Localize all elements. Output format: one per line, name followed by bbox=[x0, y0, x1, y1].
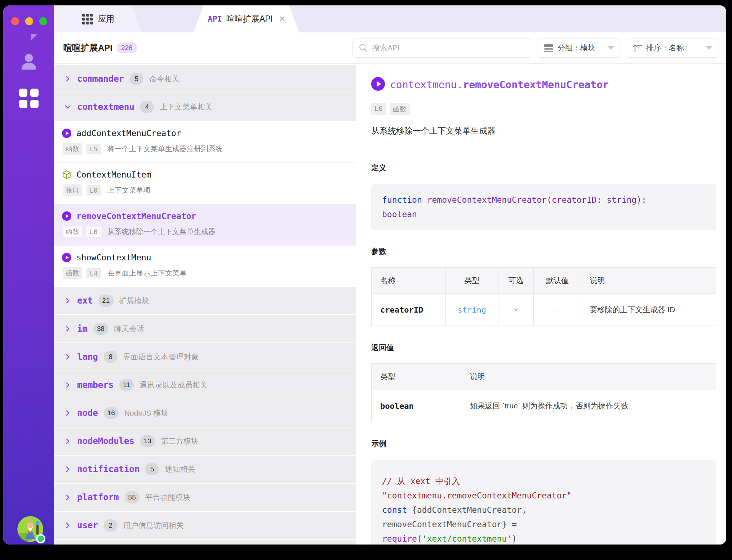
section-heading-params: 参数 bbox=[371, 246, 716, 256]
main-area: 应用 API 喧喧扩展API × 喧喧扩展API 226 分组：模块 bbox=[54, 5, 726, 545]
module-count-badge: 16 bbox=[104, 407, 119, 419]
module-desc: 第三方模块 bbox=[161, 436, 199, 446]
module-count-badge: 4 bbox=[140, 101, 154, 113]
chevron-right-icon bbox=[64, 438, 71, 445]
header-toolbar: 分组：模块 排序：名称↑ bbox=[352, 39, 719, 58]
layers-icon bbox=[544, 43, 553, 53]
col-optional: 可选 bbox=[498, 268, 533, 294]
content-area: commander 5 命令相关 contextmenu 4 上下文菜单相关 a… bbox=[54, 64, 726, 545]
module-name: commander bbox=[77, 74, 124, 84]
param-desc: 要移除的上下文生成器 ID bbox=[581, 294, 716, 326]
param-type-link[interactable]: string bbox=[445, 294, 498, 326]
module-count-badge: 21 bbox=[98, 295, 113, 307]
close-window-button[interactable] bbox=[11, 17, 19, 25]
page-header: 喧喧扩展API 226 分组：模块 排序：名称↑ bbox=[54, 32, 726, 64]
param-name: creatorID bbox=[372, 294, 446, 326]
module-group-lang[interactable]: lang 8 界面语言文本管理对象 bbox=[54, 343, 356, 371]
api-item-name: showContextMenu bbox=[76, 253, 151, 262]
chevron-right-icon bbox=[64, 75, 71, 82]
module-group-im[interactable]: im 38 聊天会话 bbox=[54, 315, 356, 342]
module-name: node bbox=[77, 408, 98, 418]
play-icon bbox=[62, 211, 71, 221]
module-group-row-partial[interactable] bbox=[54, 540, 356, 545]
maximize-window-button[interactable] bbox=[39, 17, 47, 25]
divider bbox=[371, 146, 716, 146]
returns-header-row: 类型 说明 bbox=[372, 364, 716, 390]
module-count-badge: 2 bbox=[104, 519, 117, 532]
module-count-badge: 13 bbox=[140, 435, 155, 447]
chevron-right-icon bbox=[64, 381, 71, 389]
api-item-desc: 从系统移除一个上下文菜单生成器 bbox=[107, 227, 216, 237]
module-group-ext[interactable]: ext 21 扩展模块 bbox=[54, 287, 356, 314]
module-desc: 聊天会话 bbox=[114, 324, 144, 334]
params-table: 名称 类型 可选 默认值 说明 creatorID string × - bbox=[371, 267, 716, 326]
returns-table: 类型 说明 boolean 如果返回 `true` 则为操作成功，否则为操作失败 bbox=[371, 363, 716, 422]
module-desc: 通讯录以及成员相关 bbox=[139, 380, 208, 390]
return-type: boolean bbox=[372, 390, 461, 422]
module-group-contextmenu[interactable]: contextmenu 4 上下文菜单相关 bbox=[54, 93, 356, 121]
section-heading-example: 示例 bbox=[371, 439, 716, 449]
sidebar-item-contacts[interactable] bbox=[19, 52, 39, 73]
module-name: platform bbox=[77, 492, 119, 502]
kind-badge: 函数 bbox=[63, 143, 82, 154]
module-group-platform[interactable]: platform 55 平台功能模块 bbox=[54, 484, 356, 511]
grid-3x3-icon bbox=[82, 14, 93, 24]
api-item-desc: 将一个上下文菜单生成器注册到系统 bbox=[107, 144, 223, 154]
module-count-badge: 11 bbox=[119, 379, 134, 391]
module-name: im bbox=[77, 324, 88, 334]
sort-button[interactable]: 排序：名称↑ bbox=[626, 39, 719, 58]
group-by-button[interactable]: 分组：模块 bbox=[537, 39, 621, 58]
chevron-right-icon bbox=[64, 522, 71, 529]
api-item-ContextMenuItem[interactable]: ContextMenuItem 接口 L0 上下文菜单项 bbox=[54, 163, 356, 204]
api-detail-title-row: contextmenu.removeContextMenuCreator bbox=[371, 77, 716, 92]
group-by-label: 分组：模块 bbox=[558, 43, 595, 53]
search-input[interactable] bbox=[372, 44, 526, 52]
module-desc: 扩展模块 bbox=[119, 296, 150, 306]
chevron-down-icon bbox=[706, 46, 712, 50]
col-desc: 说明 bbox=[581, 268, 716, 294]
module-group-nodeModules[interactable]: nodeModules 13 第三方模块 bbox=[54, 427, 356, 455]
module-count-badge: 5 bbox=[145, 463, 159, 475]
level-badge: L0 bbox=[371, 103, 386, 115]
module-name: notification bbox=[77, 464, 139, 474]
kind-badge: 函数 bbox=[63, 267, 82, 279]
api-detail-title: contextmenu.removeContextMenuCreator bbox=[390, 79, 609, 91]
col-default: 默认值 bbox=[534, 268, 581, 294]
module-count-badge: 55 bbox=[125, 491, 139, 503]
module-group-members[interactable]: members 11 通讯录以及成员相关 bbox=[54, 371, 356, 399]
module-desc: 命令相关 bbox=[149, 74, 179, 84]
api-module-list: commander 5 命令相关 contextmenu 4 上下文菜单相关 a… bbox=[54, 64, 356, 545]
section-heading-definition: 定义 bbox=[371, 163, 716, 173]
module-name: ext bbox=[77, 296, 93, 306]
api-count-badge: 226 bbox=[117, 42, 137, 53]
avatar[interactable] bbox=[17, 516, 43, 542]
module-desc: 通知相关 bbox=[165, 464, 195, 474]
definition-code-block: function removeContextMenuCreator(creato… bbox=[371, 184, 716, 230]
chevron-right-icon bbox=[64, 297, 71, 304]
module-group-notification[interactable]: notification 5 通知相关 bbox=[54, 456, 356, 483]
chevron-right-icon bbox=[64, 325, 71, 332]
module-group-user[interactable]: user 2 用户信息访问相关 bbox=[54, 512, 356, 539]
app-window: 应用 API 喧喧扩展API × 喧喧扩展API 226 分组：模块 bbox=[3, 5, 726, 545]
kind-badge: 函数 bbox=[390, 103, 410, 115]
module-group-commander[interactable]: commander 5 命令相关 bbox=[54, 65, 356, 93]
close-tab-icon[interactable]: × bbox=[279, 14, 285, 24]
module-group-node[interactable]: node 16 NodeJS 模块 bbox=[54, 399, 356, 427]
api-item-removeContextMenuCreator-selected[interactable]: removeContextMenuCreator 函数 L0 从系统移除一个上下… bbox=[54, 204, 356, 246]
play-icon bbox=[62, 129, 71, 138]
tab-apps[interactable]: 应用 bbox=[54, 5, 142, 32]
api-item-showContextMenu[interactable]: showContextMenu 函数 L4 在界面上显示上下文菜单 bbox=[54, 246, 356, 287]
api-item-desc: 上下文菜单项 bbox=[107, 185, 151, 195]
chevron-right-icon bbox=[64, 353, 71, 360]
chevron-right-icon bbox=[64, 494, 71, 501]
kind-badge: 接口 bbox=[63, 184, 82, 196]
tab-api-doc[interactable]: API 喧喧扩展API × bbox=[194, 5, 299, 32]
api-item-addContextMenuCreator[interactable]: addContextMenuCreator 函数 L5 将一个上下文菜单生成器注… bbox=[54, 121, 356, 163]
minimize-window-button[interactable] bbox=[25, 17, 33, 25]
sidebar bbox=[3, 5, 54, 545]
play-icon bbox=[371, 77, 385, 92]
module-name: lang bbox=[77, 352, 98, 362]
chevron-right-icon bbox=[64, 466, 71, 473]
kind-badge: 函数 bbox=[63, 226, 82, 237]
sidebar-item-apps[interactable] bbox=[19, 89, 39, 108]
